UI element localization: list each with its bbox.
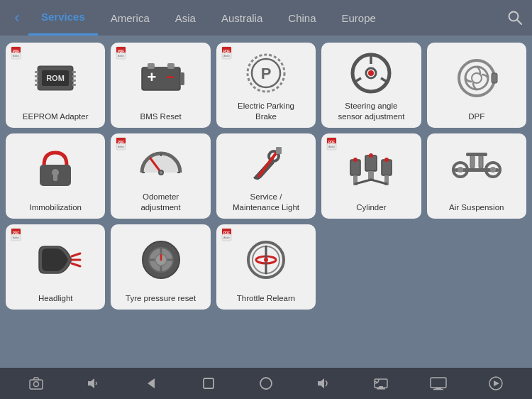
svg-text:+: + — [147, 68, 156, 86]
volume-up-icon[interactable] — [311, 371, 336, 396]
svg-text:PDF: PDF — [118, 50, 124, 53]
svg-rect-117 — [431, 378, 446, 388]
svg-rect-26 — [167, 63, 174, 69]
card-headlight[interactable]: PDFAdobe Headlight — [6, 224, 105, 310]
back-button[interactable]: ‹ — [6, 9, 28, 27]
svg-marker-113 — [318, 378, 324, 388]
card-label: Tyre pressure reset — [126, 293, 196, 304]
svg-text:ROM: ROM — [46, 74, 65, 82]
card-immobilization[interactable]: Immobilization — [6, 133, 105, 219]
svg-rect-67 — [365, 155, 377, 171]
search-icon[interactable] — [504, 10, 526, 26]
svg-rect-25 — [148, 63, 155, 69]
svg-text:Adobe: Adobe — [118, 55, 125, 58]
svg-rect-9 — [35, 71, 38, 73]
svg-marker-109 — [88, 378, 94, 388]
svg-point-112 — [260, 378, 272, 389]
card-label: Air Suspension — [449, 202, 504, 213]
pdf-badge: PDFAdobe — [115, 137, 131, 153]
svg-rect-14 — [72, 75, 76, 77]
air-suspension-icon — [430, 138, 523, 200]
card-label: Immobilization — [29, 202, 82, 213]
svg-line-87 — [72, 253, 80, 256]
home-circle-icon[interactable] — [253, 371, 279, 396]
svg-rect-43 — [492, 73, 497, 83]
pdf-badge: PDFAdobe — [115, 46, 131, 62]
svg-point-39 — [368, 70, 374, 76]
svg-point-69 — [369, 153, 373, 158]
service-icon — [219, 138, 313, 189]
svg-rect-46 — [53, 174, 57, 181]
svg-point-106 — [264, 258, 268, 262]
immobilization-icon — [9, 138, 102, 200]
services-grid: PDFAdobe ROM EEPROM Adap — [0, 35, 532, 368]
card-air-suspension[interactable]: Air Suspension — [427, 133, 526, 219]
tab-europe[interactable]: Europe — [329, 0, 389, 35]
svg-rect-64 — [350, 160, 360, 175]
card-label: Electric ParkingBrake — [238, 101, 294, 122]
svg-point-66 — [353, 158, 358, 162]
svg-rect-11 — [35, 80, 38, 82]
svg-marker-121 — [494, 381, 499, 386]
card-dpf[interactable]: DPF — [427, 43, 526, 128]
svg-rect-80 — [470, 155, 475, 168]
tab-america[interactable]: America — [98, 0, 162, 35]
svg-text:PDF: PDF — [13, 231, 19, 235]
svg-rect-81 — [479, 155, 483, 168]
card-odometer[interactable]: PDFAdobe Odometeradjust — [111, 133, 210, 219]
svg-line-73 — [355, 180, 371, 184]
bottom-navigation — [0, 368, 532, 399]
svg-rect-13 — [72, 71, 76, 73]
svg-text:PDF: PDF — [328, 141, 335, 144]
nav-tabs: Services America Asia Australia China Eu… — [28, 0, 504, 35]
svg-text:PDF: PDF — [13, 50, 19, 53]
svg-rect-10 — [35, 75, 38, 77]
card-label: Cylinder — [356, 202, 386, 213]
card-bms[interactable]: PDFAdobe + − BMS Reset — [111, 43, 210, 128]
camera-icon[interactable] — [23, 371, 49, 396]
card-label: Odometeradjustment — [140, 192, 180, 213]
dpf-icon — [430, 47, 523, 109]
tab-asia[interactable]: Asia — [162, 0, 209, 35]
screen-icon[interactable] — [426, 371, 451, 396]
svg-text:Adobe: Adobe — [223, 55, 230, 58]
top-navigation: ‹ Services America Asia Australia China … — [0, 0, 532, 35]
card-label: Headlight — [38, 293, 73, 304]
card-epb[interactable]: PDFAdobe P Electric ParkingBrake — [216, 43, 316, 128]
card-label: DPF — [468, 111, 484, 122]
card-cylinder[interactable]: PDFAdobe — [321, 133, 421, 219]
card-steering[interactable]: Steering anglesensor adjustment — [321, 43, 421, 128]
svg-point-42 — [472, 73, 482, 83]
card-label: Throttle Relearn — [237, 293, 295, 304]
cast-icon[interactable] — [368, 371, 394, 396]
card-eeprom[interactable]: PDFAdobe ROM EEPROM Adap — [6, 43, 105, 128]
svg-text:Adobe: Adobe — [223, 236, 230, 239]
svg-text:Adobe: Adobe — [13, 55, 19, 58]
tyre-icon — [113, 229, 207, 290]
card-label: EEPROM Adapter — [23, 111, 89, 122]
steering-icon — [324, 47, 418, 98]
svg-rect-111 — [204, 378, 214, 388]
svg-rect-15 — [72, 80, 76, 82]
svg-rect-59 — [276, 147, 282, 154]
svg-point-77 — [458, 167, 463, 173]
pdf-badge: PDFAdobe — [221, 228, 236, 244]
back-icon[interactable] — [138, 371, 164, 396]
tab-services[interactable]: Services — [28, 0, 98, 35]
card-service[interactable]: Service /Maintenance Light — [216, 133, 316, 219]
card-label: BMS Reset — [140, 111, 182, 122]
pdf-badge: PDFAdobe — [326, 137, 341, 153]
cards-container: PDFAdobe ROM EEPROM Adap — [6, 43, 526, 310]
card-throttle[interactable]: PDFAdobe Throttle Relearn — [216, 224, 316, 310]
volume-down-icon[interactable] — [81, 371, 106, 396]
play-icon[interactable] — [483, 371, 509, 396]
pdf-badge: PDFAdobe — [10, 228, 26, 244]
svg-text:PDF: PDF — [223, 231, 230, 235]
pdf-badge: PDFAdobe — [10, 46, 26, 62]
square-icon[interactable] — [196, 371, 221, 396]
tab-china[interactable]: China — [275, 0, 328, 35]
svg-point-108 — [33, 382, 38, 387]
card-tyre[interactable]: Tyre pressure reset — [111, 224, 210, 310]
tab-australia[interactable]: Australia — [209, 0, 275, 35]
svg-text:PDF: PDF — [118, 141, 124, 144]
